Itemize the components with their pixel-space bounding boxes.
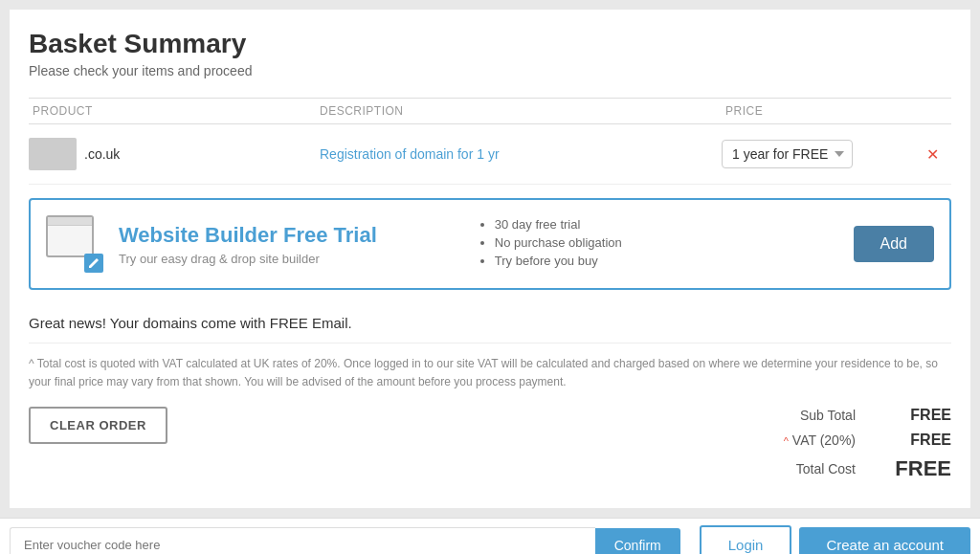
auth-section: Login Create an account	[690, 519, 980, 554]
col-remove	[913, 104, 951, 118]
vat-value: FREE	[894, 432, 951, 449]
domain-name: .co.uk	[84, 146, 120, 162]
table-row: .co.uk Registration of domain for 1 yr 1…	[29, 124, 951, 185]
create-account-button[interactable]: Create an account	[799, 527, 970, 554]
vat-notice: ^ Total cost is quoted with VAT calculat…	[29, 355, 951, 391]
voucher-section: Confirm	[0, 519, 690, 554]
col-description: DESCRIPTION	[316, 104, 722, 118]
browser-icon	[46, 215, 94, 257]
feature-1: 30 day free trial	[495, 217, 838, 232]
confirm-button[interactable]: Confirm	[595, 528, 680, 554]
product-cell: .co.uk	[29, 138, 316, 170]
totals-block: Sub Total FREE ^ VAT (20%) FREE Total Co…	[702, 407, 951, 489]
subtotal-label: Sub Total	[760, 408, 856, 423]
total-value: FREE	[894, 456, 951, 481]
remove-button[interactable]: ✕	[913, 145, 951, 164]
add-upsell-button[interactable]: Add	[854, 226, 934, 262]
product-description: Registration of domain for 1 yr	[316, 146, 722, 162]
page-subtitle: Please check your items and proceed	[29, 63, 951, 78]
col-price: PRICE	[722, 104, 913, 118]
footer-bar: Confirm Login Create an account	[0, 518, 980, 554]
bottom-section: CLEAR ORDER Sub Total FREE ^ VAT (20%) F…	[29, 407, 951, 489]
free-email-notice: Great news! Your domains come with FREE …	[29, 303, 951, 343]
feature-3: Try before you buy	[495, 254, 838, 268]
price-cell: 1 year for FREE	[722, 140, 913, 168]
upsell-subtitle: Try our easy drag & drop site builder	[119, 252, 462, 266]
subtotal-row: Sub Total FREE	[702, 407, 951, 424]
vat-row: ^ VAT (20%) FREE	[702, 432, 951, 449]
price-select[interactable]: 1 year for FREE	[722, 140, 853, 168]
total-label: Total Cost	[760, 461, 856, 476]
login-button[interactable]: Login	[700, 525, 792, 554]
table-header: PRODUCT DESCRIPTION PRICE	[29, 98, 951, 124]
total-row: Total Cost FREE	[702, 456, 951, 481]
upsell-text: Website Builder Free Trial Try our easy …	[119, 223, 462, 266]
col-product: PRODUCT	[29, 104, 316, 118]
vat-label: ^ VAT (20%)	[760, 432, 856, 448]
upsell-box: Website Builder Free Trial Try our easy …	[29, 198, 951, 290]
domain-thumbnail	[29, 138, 77, 170]
subtotal-value: FREE	[894, 407, 951, 424]
feature-2: No purchase obligation	[495, 235, 838, 250]
page-title: Basket Summary	[29, 29, 951, 59]
upsell-title: Website Builder Free Trial	[119, 223, 462, 248]
voucher-input[interactable]	[10, 527, 595, 554]
upsell-icon	[46, 215, 103, 273]
clear-order-button[interactable]: CLEAR ORDER	[29, 407, 167, 444]
pencil-icon	[84, 254, 103, 273]
upsell-features: 30 day free trial No purchase obligation…	[478, 217, 838, 272]
